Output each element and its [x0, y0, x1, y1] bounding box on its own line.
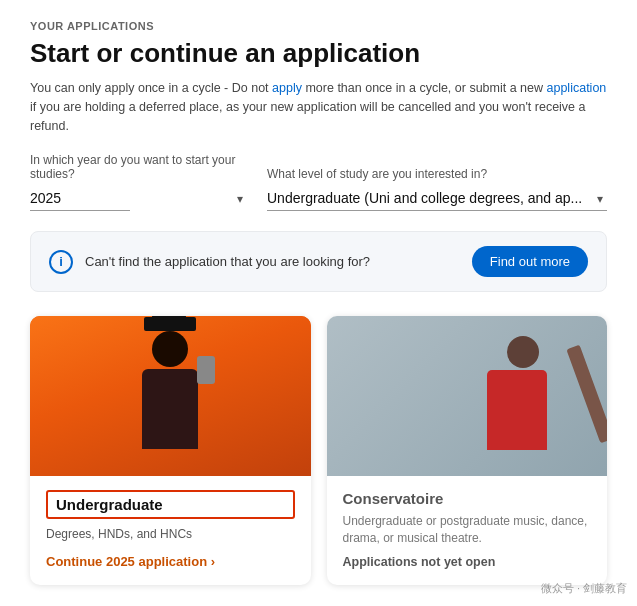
card-subtitle-undergraduate: Degrees, HNDs, and HNCs	[46, 527, 295, 541]
level-filter-label: What level of study are you interested i…	[267, 167, 607, 181]
card-conservatoire: Conservatoire Undergraduate or postgradu…	[327, 316, 608, 585]
card-title-conservatoire: Conservatoire	[343, 490, 592, 507]
level-select-wrapper: Undergraduate (Uni and college degrees, …	[267, 186, 607, 211]
filters: In which year do you want to start your …	[30, 153, 607, 211]
card-body-undergraduate: Undergraduate Degrees, HNDs, and HNCs Co…	[30, 476, 311, 585]
card-desc-conservatoire: Undergraduate or postgraduate music, dan…	[343, 513, 592, 547]
person-ug-illustration	[125, 331, 215, 476]
card-undergraduate: Undergraduate Degrees, HNDs, and HNCs Co…	[30, 316, 311, 585]
year-select-wrapper: 2024 2025 2026	[30, 186, 247, 211]
apply-link[interactable]: apply	[272, 81, 302, 95]
continue-application-link[interactable]: Continue 2025 application ›	[46, 554, 295, 569]
watermark: 微众号 · 剑藤教育	[541, 581, 627, 596]
year-select[interactable]: 2024 2025 2026	[30, 186, 130, 211]
hat-ug	[144, 317, 196, 331]
info-banner: i Can't find the application that you ar…	[30, 231, 607, 292]
card-image-conservatoire	[327, 316, 608, 476]
head-ug	[152, 331, 188, 367]
head-cons	[507, 336, 539, 368]
person-cons-illustration	[487, 336, 587, 476]
application-link[interactable]: application	[547, 81, 607, 95]
year-filter-group: In which year do you want to start your …	[30, 153, 247, 211]
info-icon: i	[49, 250, 73, 274]
body-cons	[487, 370, 547, 450]
page-description: You can only apply once in a cycle - Do …	[30, 79, 607, 135]
card-status-conservatoire: Applications not yet open	[343, 555, 592, 569]
page-title: Start or continue an application	[30, 38, 607, 69]
info-banner-text: Can't find the application that you are …	[85, 254, 370, 269]
guitar-cons	[566, 345, 607, 444]
card-body-conservatoire: Conservatoire Undergraduate or postgradu…	[327, 476, 608, 585]
info-banner-left: i Can't find the application that you ar…	[49, 250, 370, 274]
level-select[interactable]: Undergraduate (Uni and college degrees, …	[267, 186, 607, 211]
level-filter-group: What level of study are you interested i…	[267, 167, 607, 211]
section-label: YOUR APPLICATIONS	[30, 20, 607, 32]
card-title-box-undergraduate: Undergraduate	[46, 490, 295, 519]
phone-ug	[197, 356, 215, 384]
card-image-undergraduate	[30, 316, 311, 476]
year-filter-label: In which year do you want to start your …	[30, 153, 247, 181]
find-out-more-button[interactable]: Find out more	[472, 246, 588, 277]
card-title-undergraduate: Undergraduate	[56, 496, 163, 513]
body-ug	[142, 369, 198, 449]
cards-row: Undergraduate Degrees, HNDs, and HNCs Co…	[30, 316, 607, 585]
